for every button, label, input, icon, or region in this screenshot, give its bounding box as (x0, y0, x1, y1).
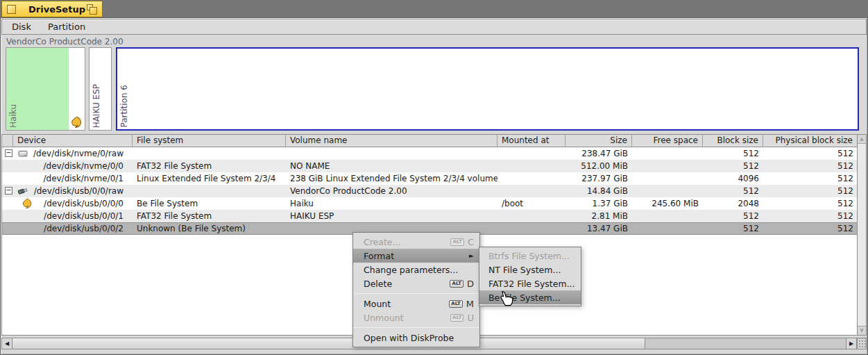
cell-device: /dev/disk/usb/0/0/2 (13, 222, 133, 235)
menu-item-change-parameters[interactable]: Change parameters... (353, 263, 479, 276)
cell-file-system: FAT32 File System (133, 160, 286, 172)
cell-device: /dev/disk/usb/0/0/1 (13, 210, 133, 222)
resize-grip[interactable] (857, 338, 867, 349)
scroll-down-icon[interactable]: ▼ (858, 326, 866, 335)
cell-mounted-at (497, 160, 565, 172)
cell-size: 1.37 GiB (565, 197, 632, 210)
close-button[interactable] (7, 5, 16, 14)
column-header-block-size[interactable]: Block size (703, 135, 763, 147)
h-scroll-thumb[interactable] (12, 338, 645, 349)
menu-partition[interactable]: Partition (40, 19, 94, 34)
submenu-item-fat32-file-system[interactable]: FAT32 File System... (479, 276, 581, 290)
menu-item-open-with-diskprobe[interactable]: Open with DiskProbe (353, 331, 479, 345)
partition-block-partition-6[interactable]: Partition 6 (116, 47, 859, 131)
column-header-physical-block-size[interactable]: Physical block size (763, 135, 858, 147)
menu-item-label: NT File System... (488, 265, 578, 275)
cell-expander (2, 197, 13, 210)
partition-label: HAIKU ESP (92, 84, 101, 128)
table-row[interactable]: /dev/disk/usb/0/0/0Be File SystemHaiku/b… (2, 197, 858, 210)
cell-physical-block-size: 512 (763, 160, 858, 172)
v-scrollbar[interactable]: ▲ ▼ (857, 134, 867, 336)
menu-separator (354, 293, 479, 294)
alt-key-icon: ALT (449, 300, 463, 308)
disk-description-label: VendorCo ProductCode 2.00 (6, 37, 124, 47)
column-header-free-space[interactable]: Free space (632, 135, 703, 147)
menu-item-label: Btrfs File System... (488, 251, 578, 261)
cell-device: /dev/disk/nvme/0/0 (13, 160, 133, 172)
menu-item-format[interactable]: Format► (353, 249, 479, 263)
cell-size: 512.00 MiB (565, 160, 632, 172)
cell-physical-block-size: 512 (763, 172, 858, 185)
cell-block-size: 512 (703, 185, 763, 197)
collapse-expander-icon[interactable]: − (5, 149, 12, 157)
cell-expander (2, 210, 13, 222)
submenu-item-btrfs-file-system: Btrfs File System... (479, 249, 581, 263)
hand-cursor-icon (498, 290, 516, 308)
table-row[interactable]: /dev/disk/usb/0/0/1FAT32 File SystemHAIK… (2, 210, 858, 222)
cell-size: 237.97 GiB (565, 172, 632, 185)
leaf-icon (70, 116, 83, 129)
cell-volume-name: Haiku (286, 197, 497, 210)
column-header-volume-name[interactable]: Volume name (286, 135, 497, 147)
partition-label: Partition 6 (119, 85, 129, 127)
table-row[interactable]: /dev/disk/nvme/0/1Linux Extended File Sy… (2, 172, 858, 185)
menu-disk[interactable]: Disk (3, 19, 40, 34)
cell-volume-name: VendorCo ProductCode 2.00 (286, 185, 497, 197)
menu-item-mount[interactable]: MountALTM (353, 297, 479, 311)
cell-file-system: Linux Extended File System 2/3/4 (133, 172, 286, 185)
shortcut-letter: C (468, 237, 474, 247)
cell-device: /dev/disk/usb/0/0/raw (13, 185, 133, 197)
submenu-item-be-file-system[interactable]: Be File System... (479, 290, 581, 304)
cell-mounted-at (497, 185, 565, 197)
cell-file-system (133, 185, 286, 197)
leaf-icon (22, 198, 33, 209)
shortcut-letter: D (467, 279, 474, 289)
cell-size: 14.84 GiB (565, 185, 632, 197)
cell-physical-block-size: 512 (763, 185, 858, 197)
cell-expander (2, 172, 13, 185)
scroll-left-icon[interactable]: ◀ (2, 338, 12, 349)
cell-mounted-at: /boot (497, 197, 565, 210)
column-header-file-system[interactable]: File system (133, 135, 286, 147)
partition-block-haiku[interactable]: Haiku (6, 47, 85, 131)
cell-free-space: 245.60 MiB (632, 197, 703, 210)
cell-file-system: Be File System (133, 197, 286, 210)
table-row[interactable]: /dev/disk/nvme/0/raw238.47 GiB512512− (2, 147, 858, 160)
window-tab[interactable]: DriveSetup (1, 1, 103, 17)
cell-free-space (632, 210, 703, 222)
scroll-right-icon[interactable]: ▶ (846, 338, 856, 349)
cell-block-size: 512 (703, 147, 763, 160)
cell-block-size: 4096 (703, 172, 763, 185)
context-menu: Create...ALTCFormat►Change parameters...… (352, 232, 480, 347)
cell-free-space (632, 147, 703, 160)
column-header-device[interactable]: Device (13, 135, 133, 147)
cell-size: 13.47 GiB (565, 222, 632, 235)
table-row[interactable]: /dev/disk/usb/0/0/rawVendorCo ProductCod… (2, 185, 858, 197)
cell-block-size: 512 (703, 210, 763, 222)
table-row[interactable]: /dev/disk/nvme/0/0FAT32 File SystemNO NA… (2, 160, 858, 172)
collapse-expander-icon[interactable]: − (5, 187, 12, 195)
cell-mounted-at (497, 172, 565, 185)
cell-physical-block-size: 512 (763, 197, 858, 210)
column-header-mounted-at[interactable]: Mounted at (497, 135, 565, 147)
cell-block-size: 512 (703, 222, 763, 235)
submenu-item-nt-file-system[interactable]: NT File System... (479, 263, 581, 276)
column-header-spacer (2, 135, 13, 147)
usb-stick-icon (17, 185, 28, 197)
partition-label: Haiku (8, 104, 18, 128)
column-header-size[interactable]: Size (565, 135, 632, 147)
cell-file-system: Unknown (Be File System) (133, 222, 286, 235)
menu-item-delete[interactable]: DeleteALTD (353, 276, 479, 290)
cell-physical-block-size: 512 (763, 210, 858, 222)
zoom-button-front-square (90, 7, 97, 15)
zoom-button[interactable] (87, 4, 98, 15)
cell-free-space (632, 172, 703, 185)
partition-block-haiku-esp[interactable]: HAIKU ESP (89, 47, 112, 131)
cell-free-space (632, 185, 703, 197)
shortcut-letter: M (466, 299, 474, 309)
scroll-up-icon[interactable]: ▲ (858, 135, 866, 144)
cell-volume-name: 238 GiB Linux Extended File System 2/3/4… (286, 172, 497, 185)
menu-item-label: Delete (364, 279, 450, 289)
cell-mounted-at (497, 210, 565, 222)
cell-volume-name (286, 147, 497, 160)
